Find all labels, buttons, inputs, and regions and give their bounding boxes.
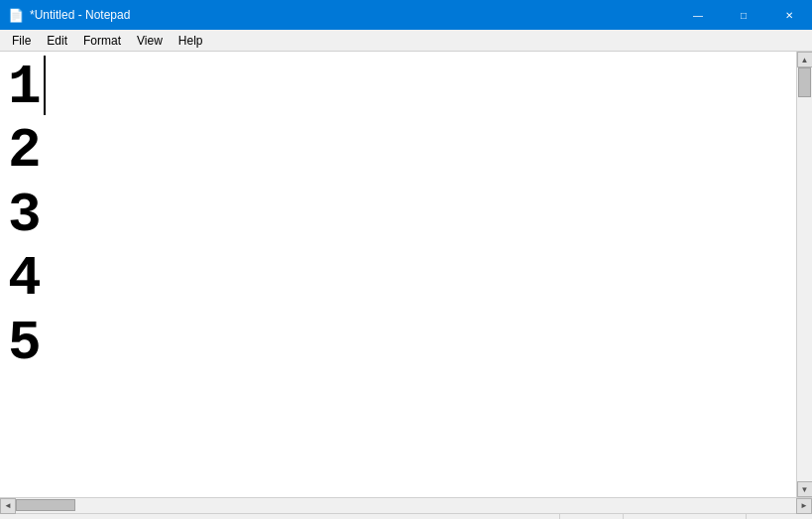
menu-view[interactable]: View [129,32,171,50]
titlebar-left: 📄 *Untitled - Notepad [8,7,130,23]
menu-format[interactable]: Format [75,32,129,50]
status-zoom: 390% [559,514,623,519]
line-5-text: 5 [8,312,42,375]
menu-help[interactable]: Help [171,32,211,50]
line-2-text: 2 [8,119,42,183]
app-icon: 📄 [8,7,24,23]
scroll-left-button[interactable]: ◄ [0,498,16,514]
line-1: 1 [8,56,788,119]
scroll-up-button[interactable]: ▲ [797,52,813,67]
scrollbar-thumb-y[interactable] [798,67,811,97]
line-2: 2 [8,119,788,183]
minimize-button[interactable]: — [675,0,721,30]
scroll-right-button[interactable]: ► [796,498,812,514]
line-4-text: 4 [8,247,42,311]
line-number-area: 1 2 3 4 5 [8,56,788,375]
status-position: Ln 1, Col 2 [0,514,559,519]
editor-content[interactable]: 1 2 3 4 5 [0,52,796,497]
titlebar-title: *Untitled - Notepad [30,8,130,22]
vertical-scrollbar: ▲ ▼ [796,52,812,497]
status-line-ending: Windows (CRLF) [623,514,746,519]
line-3-text: 3 [8,184,42,247]
editor-container: 1 2 3 4 5 ▲ ▼ [0,52,812,497]
menubar: File Edit Format View Help [0,30,812,52]
menu-file[interactable]: File [4,32,39,50]
close-button[interactable]: ✕ [766,0,812,30]
titlebar: 📄 *Untitled - Notepad — □ ✕ [0,0,812,30]
line-1-text: 1 [8,56,42,119]
line-3: 3 [8,184,788,247]
line-4: 4 [8,247,788,311]
window-controls: — □ ✕ [675,0,812,30]
scrollbar-track-y[interactable] [797,67,812,481]
maximize-button[interactable]: □ [721,0,766,30]
horizontal-scrollbar: ◄ ► [0,497,812,513]
line-5: 5 [8,312,788,375]
scrollbar-track-x[interactable] [16,498,796,513]
status-encoding: UTF-8 [746,514,812,519]
menu-edit[interactable]: Edit [39,32,75,50]
statusbar: Ln 1, Col 2 390% Windows (CRLF) UTF-8 [0,513,812,519]
scroll-down-button[interactable]: ▼ [797,481,813,497]
text-cursor [44,56,46,115]
scrollbar-thumb-x[interactable] [16,499,75,511]
